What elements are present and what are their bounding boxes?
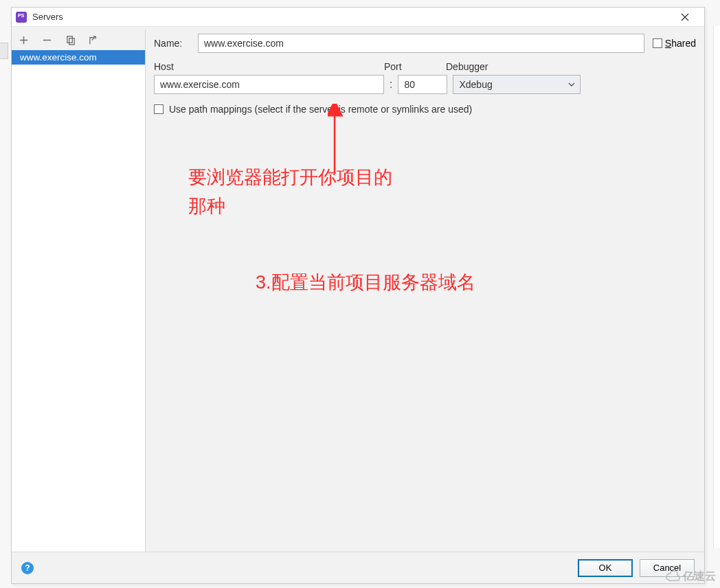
svg-rect-0	[67, 36, 72, 42]
sidebar: www.exercise.com	[12, 30, 146, 552]
bg-edge-left	[0, 43, 8, 59]
add-button[interactable]	[14, 31, 32, 49]
path-mappings-row: Use path mappings (select if the server …	[154, 104, 696, 115]
field-row: : Xdebug	[154, 75, 696, 94]
watermark-text: 亿速云	[683, 569, 716, 584]
shared-label-underline: S	[665, 38, 671, 49]
import-icon	[89, 35, 99, 45]
ok-button[interactable]: OK	[578, 559, 633, 577]
debugger-value: Xdebug	[459, 79, 492, 90]
help-button[interactable]: ?	[21, 562, 34, 574]
svg-rect-1	[69, 38, 74, 44]
copy-icon	[65, 35, 76, 45]
watermark: 亿速云	[665, 569, 716, 584]
port-input[interactable]	[398, 75, 447, 94]
footer: ? OK Cancel	[12, 552, 704, 583]
host-port-colon: :	[390, 78, 392, 91]
server-item-selected[interactable]: www.exercise.com	[12, 50, 145, 65]
annotation-1-line1: 要浏览器能打开你项目的	[188, 163, 392, 192]
servers-dialog: Servers www.exercise.com	[11, 7, 705, 584]
shared-label-rest: hared	[671, 38, 696, 49]
server-list: www.exercise.com	[12, 50, 145, 552]
port-header: Port	[384, 61, 446, 72]
checkbox-icon	[653, 38, 662, 48]
bg-edge-right	[713, 26, 720, 548]
remove-button[interactable]	[38, 31, 56, 49]
shared-checkbox[interactable]: Shared	[653, 38, 696, 49]
main-panel: Name: Shared Host Port Debugger : Xdebug	[146, 30, 704, 552]
sidebar-toolbar	[12, 30, 145, 50]
path-mappings-label: Use path mappings (select if the server …	[169, 104, 472, 115]
import-button[interactable]	[85, 31, 102, 49]
copy-button[interactable]	[61, 31, 79, 49]
annotation-text-1: 要浏览器能打开你项目的 那种	[188, 163, 392, 221]
content-area: www.exercise.com Name: Shared Host Port …	[12, 30, 704, 552]
chevron-down-icon	[566, 79, 577, 90]
host-header: Host	[154, 61, 384, 72]
name-row: Name: Shared	[154, 34, 696, 53]
close-icon	[681, 13, 689, 21]
phpstorm-icon	[16, 12, 27, 23]
annotation-text-2: 3.配置当前项目服务器域名	[256, 270, 475, 295]
minus-icon	[42, 35, 52, 45]
plus-icon	[19, 35, 29, 45]
debugger-select[interactable]: Xdebug	[453, 75, 581, 94]
annotation-1-line2: 那种	[188, 192, 392, 221]
field-headers: Host Port Debugger	[154, 61, 696, 72]
titlebar: Servers	[12, 8, 704, 27]
host-input[interactable]	[154, 75, 384, 94]
name-input[interactable]	[198, 34, 644, 53]
window-title: Servers	[32, 12, 63, 22]
debugger-header: Debugger	[446, 61, 488, 72]
path-mappings-checkbox[interactable]	[154, 104, 164, 114]
shared-label: Shared	[665, 38, 696, 49]
close-button[interactable]	[670, 8, 700, 26]
name-label: Name:	[154, 38, 195, 49]
cloud-icon	[665, 569, 680, 584]
